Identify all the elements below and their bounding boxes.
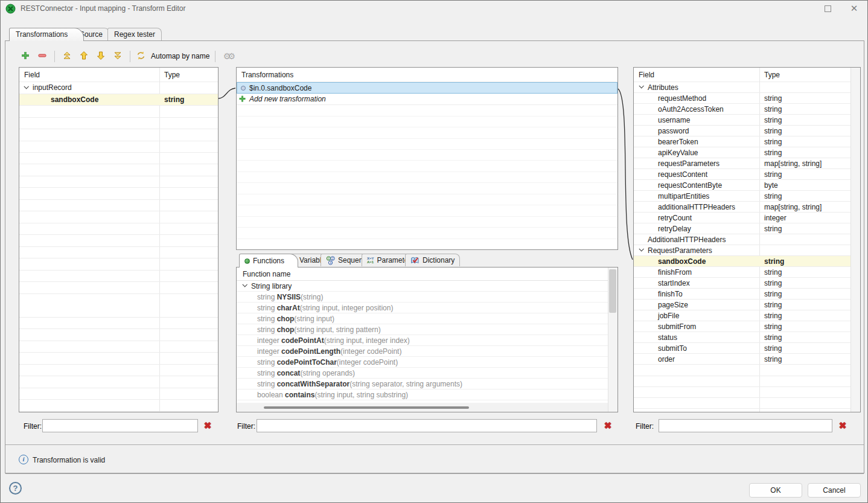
column-header-field[interactable]: Field (634, 71, 759, 79)
field-label: status (658, 333, 677, 342)
add-icon (21, 51, 30, 62)
table-row[interactable]: jobFilestring (634, 310, 860, 321)
clover-node-icon (5, 4, 16, 14)
table-row[interactable]: sandboxCodestring (634, 256, 860, 267)
table-row[interactable]: retryDelaystring (634, 223, 860, 234)
function-text: chop (277, 315, 295, 323)
tab-transformations[interactable]: Transformations (9, 28, 84, 41)
add-new-transformation[interactable]: Add new transformation (237, 94, 617, 105)
table-row[interactable]: additionalHTTPHeadersmap[string, string] (634, 202, 860, 213)
table-row[interactable]: finishFromstring (634, 267, 860, 278)
chevron-down-icon[interactable] (242, 282, 247, 287)
table-row[interactable]: oAuth2AccessTokenstring (634, 104, 860, 115)
table-row[interactable]: Attributes (634, 82, 860, 93)
function-item[interactable]: string codePointToChar(integer codePoint… (237, 357, 617, 368)
table-row[interactable]: orderstring (634, 354, 860, 365)
function-item[interactable]: string chop(string input) (237, 313, 617, 324)
table-row[interactable]: requestContentBytebyte (634, 180, 860, 191)
function-name-header[interactable]: Function name (237, 268, 617, 281)
type-label: string (759, 105, 782, 114)
table-row[interactable]: requestMethodstring (634, 93, 860, 104)
table-row[interactable]: requestContentstring (634, 169, 860, 180)
chevron-down-icon[interactable] (24, 84, 28, 89)
svg-text:3: 3 (330, 261, 331, 264)
left-filter-input[interactable] (42, 419, 198, 432)
function-item[interactable]: integer codePointAt(string input, intege… (237, 335, 617, 346)
transformation-item-selected[interactable]: $in.0.sandboxCode (237, 82, 617, 94)
table-row[interactable]: submitTostring (634, 343, 860, 354)
cancel-button[interactable]: Cancel (808, 483, 861, 498)
functions-filter-input[interactable] (257, 419, 597, 432)
functions-horizontal-scrollbar[interactable] (237, 403, 608, 412)
close-icon: ✕ (850, 3, 858, 14)
help-icon[interactable]: ? (9, 482, 22, 495)
table-row[interactable]: multipartEntitiesstring (634, 191, 860, 202)
tab-dictionary[interactable]: Dictionary (405, 254, 460, 266)
type-label: string (759, 301, 782, 309)
function-text: chop (277, 325, 295, 334)
tab-functions[interactable]: Functions (239, 254, 298, 268)
function-item[interactable]: string NYSIIS(string) (237, 292, 617, 303)
function-item[interactable]: string concatWithSeparator(string separa… (237, 379, 617, 389)
clear-filter-icon[interactable]: ✖ (202, 420, 213, 431)
table-row[interactable]: inputRecord (19, 82, 218, 94)
chevron-down-icon[interactable] (639, 246, 643, 251)
function-group-row[interactable]: String library (237, 281, 617, 292)
functions-vertical-scrollbar[interactable] (608, 268, 617, 412)
move-up-button[interactable] (77, 50, 91, 63)
function-item[interactable]: string chop(string input, string pattern… (237, 324, 617, 335)
function-item[interactable]: string concat(string operands) (237, 368, 617, 379)
function-text: string (257, 304, 277, 312)
move-top-button[interactable] (60, 50, 74, 63)
right-filter-input[interactable] (659, 419, 832, 432)
field-label: sandboxCode (51, 95, 98, 104)
function-item[interactable]: integer codePointLength(integer codePoin… (237, 346, 617, 357)
table-row[interactable]: retryCountinteger (634, 213, 860, 223)
type-label: string (759, 333, 782, 342)
clear-filter-icon[interactable]: ✖ (837, 420, 848, 431)
close-button[interactable]: ✕ (841, 1, 867, 16)
table-row[interactable]: finishTostring (634, 289, 860, 300)
automap-label[interactable]: Automap by name (151, 52, 209, 60)
maximize-button[interactable] (814, 1, 841, 16)
add-new-transformation-label: Add new transformation (249, 95, 326, 103)
function-item[interactable]: boolean contains(string input, string su… (237, 389, 617, 400)
table-row[interactable]: usernamestring (634, 115, 860, 126)
table-row[interactable]: AdditionalHTTPHeaders (634, 234, 860, 245)
chevron-down-icon[interactable] (639, 83, 643, 88)
table-row[interactable]: submitFromstring (634, 321, 860, 332)
table-row[interactable]: RequestParameters (634, 245, 860, 256)
add-button[interactable] (19, 50, 32, 63)
table-row[interactable]: passwordstring (634, 126, 860, 136)
table-row[interactable]: pageSizestring (634, 300, 860, 310)
function-item[interactable]: string charAt(string input, integer posi… (237, 303, 617, 313)
column-header-type[interactable]: Type (159, 71, 180, 79)
filter-label: Filter: (24, 422, 42, 431)
table-row[interactable]: requestParametersmap[string, string] (634, 158, 860, 169)
type-label: string (759, 116, 782, 124)
clear-filter-icon[interactable]: ✖ (602, 420, 613, 431)
right-vertical-scrollbar[interactable] (850, 68, 860, 412)
scrollbar-thumb[interactable] (609, 269, 616, 313)
column-header-field[interactable]: Field (19, 71, 159, 79)
remove-button[interactable] (36, 50, 49, 63)
table-row[interactable]: bearerTokenstring (634, 136, 860, 147)
mapping-toolbar: Automap by name ⚙⚙ (19, 49, 234, 63)
ok-button[interactable]: OK (749, 483, 802, 498)
scrollbar-thumb[interactable] (264, 406, 469, 409)
move-down-button[interactable] (94, 50, 107, 63)
type-label: map[string, string] (759, 203, 822, 211)
move-bottom-button[interactable] (111, 50, 124, 63)
table-row[interactable]: sandboxCodestring (19, 94, 218, 106)
table-row[interactable]: startIndexstring (634, 278, 860, 289)
table-row[interactable]: apiKeyValuestring (634, 147, 860, 158)
table-header: Field Type (634, 68, 860, 82)
automap-button[interactable] (136, 50, 146, 63)
function-text: (integer codePoint) (340, 347, 401, 356)
column-header-type[interactable]: Type (759, 71, 780, 79)
tab-regex-tester[interactable]: Regex tester (107, 28, 162, 40)
function-text: (string input, string substring) (314, 391, 408, 399)
move-top-icon (62, 51, 72, 62)
table-row[interactable]: statusstring (634, 332, 860, 343)
function-text: codePointAt (281, 336, 324, 345)
